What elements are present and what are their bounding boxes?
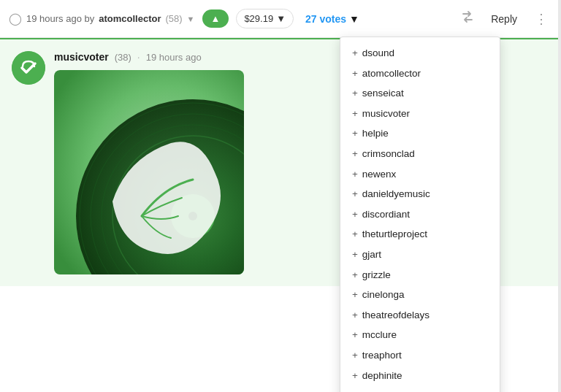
price-value: $29.19 [244, 13, 273, 24]
time-label: 19 hours ago by [26, 13, 94, 24]
voter-item-treaphort[interactable]: + treaphort [340, 345, 500, 366]
reply-label: Reply [491, 13, 517, 25]
author-reputation: (58) [165, 13, 182, 24]
voter-item-danieldyemusic[interactable]: + danieldyemusic [340, 184, 500, 204]
voter-item-musicvoter[interactable]: + musicvoter [340, 104, 500, 124]
voter-item-mcclure[interactable]: + mcclure [340, 325, 500, 345]
upvote-arrow-icon: ▲ [211, 13, 221, 24]
vinyl-svg [54, 70, 244, 274]
votes-count: 27 votes [305, 13, 346, 25]
comment-separator: · [137, 51, 140, 63]
author-chevron-icon[interactable]: ▼ [187, 15, 195, 23]
voter-item-dephinite[interactable]: + dephinite [340, 366, 500, 386]
voter-item-cinelonga[interactable]: + cinelonga [340, 285, 500, 305]
voter-item-theturtleproject[interactable]: + theturtleproject [340, 224, 500, 245]
upvote-button[interactable]: ▲ [202, 9, 229, 28]
clock-icon: ◯ [9, 12, 22, 26]
voter-item-spaceschneider[interactable]: + spaceschneider [340, 385, 500, 392]
votes-dropdown: + dsound + atomcollector + senseicat + m… [340, 36, 500, 392]
svg-point-0 [12, 51, 45, 85]
voter-item-senseicat[interactable]: + senseicat [340, 83, 500, 104]
voter-item-grizzle[interactable]: + grizzle [340, 265, 500, 285]
voter-item-discordiant[interactable]: + discordiant [340, 204, 500, 225]
right-edge [558, 0, 561, 392]
repost-icon [460, 9, 475, 24]
post-time-info: ◯ 19 hours ago by atomcollector (58) ▼ [9, 12, 195, 26]
voter-item-atomcollector[interactable]: + atomcollector [340, 64, 500, 84]
voter-item-gjart[interactable]: + gjart [340, 245, 500, 265]
author-name: atomcollector [99, 13, 161, 24]
comment-time: 19 hours ago [146, 52, 202, 63]
comment-image [54, 70, 244, 274]
more-button[interactable]: ⋮ [530, 8, 552, 30]
voter-item-dsound[interactable]: + dsound [340, 43, 500, 64]
avatar-image [12, 51, 45, 85]
top-bar: ◯ 19 hours ago by atomcollector (58) ▼ ▲… [0, 0, 561, 38]
commenter-name: musicvoter [54, 51, 109, 63]
voter-item-helpie[interactable]: + helpie [340, 123, 500, 144]
votes-button[interactable]: 27 votes ▼ [301, 9, 364, 28]
voter-item-newenx[interactable]: + newenx [340, 164, 500, 185]
voter-item-crimsonclad[interactable]: + crimsonclad [340, 144, 500, 164]
price-chevron-icon: ▼ [276, 13, 286, 24]
votes-chevron-icon: ▼ [349, 13, 359, 25]
voter-item-theatreofdelays[interactable]: + theatreofdelays [340, 305, 500, 326]
commenter-reputation: (38) [115, 52, 131, 63]
reply-button[interactable]: Reply [485, 9, 523, 28]
repost-button[interactable] [457, 7, 478, 31]
price-button[interactable]: $29.19 ▼ [236, 9, 294, 28]
avatar [12, 51, 45, 85]
